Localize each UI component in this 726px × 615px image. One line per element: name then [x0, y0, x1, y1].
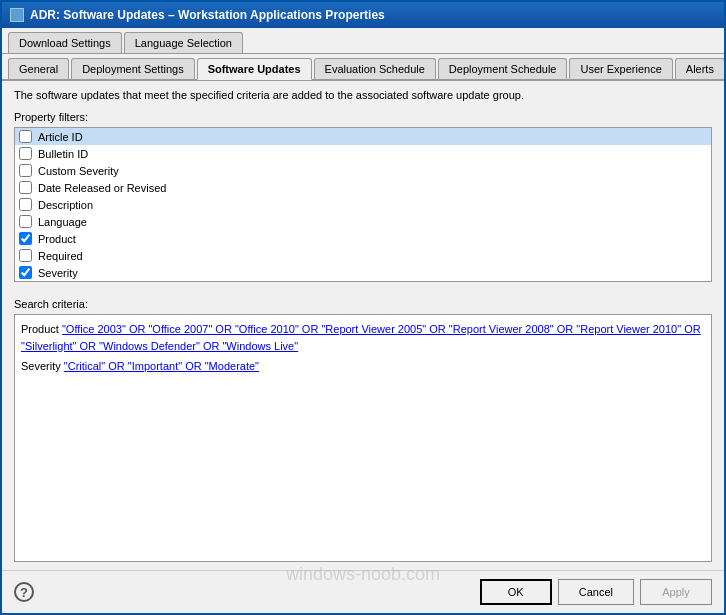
checkbox-label-bulletin-id: Bulletin ID: [38, 148, 88, 160]
checkbox-label-description: Description: [38, 199, 93, 211]
title-bar: ADR: Software Updates – Workstation Appl…: [2, 2, 724, 28]
tab-deployment-settings[interactable]: Deployment Settings: [71, 58, 195, 79]
checkbox-label-language: Language: [38, 216, 87, 228]
search-criteria-label: Search criteria:: [14, 298, 712, 310]
criteria-line: Product "Office 2003" OR "Office 2007" O…: [21, 321, 705, 354]
list-item[interactable]: Date Released or Revised: [15, 179, 711, 196]
checkbox-required[interactable]: [19, 249, 32, 262]
tab-row-1: Download Settings Language Selection: [2, 28, 724, 54]
help-button[interactable]: ?: [14, 582, 34, 602]
criteria-prefix: Severity: [21, 360, 64, 372]
list-item[interactable]: Severity: [15, 264, 711, 281]
tab-user-experience[interactable]: User Experience: [569, 58, 672, 79]
tab-download-settings[interactable]: Download Settings: [8, 32, 122, 53]
checkbox-severity[interactable]: [19, 266, 32, 279]
bottom-bar: ? OK Cancel Apply: [2, 570, 724, 613]
checkbox-label-date-released: Date Released or Revised: [38, 182, 166, 194]
content-area: The software updates that meet the speci…: [2, 81, 724, 570]
apply-button[interactable]: Apply: [640, 579, 712, 605]
checkbox-language[interactable]: [19, 215, 32, 228]
criteria-prefix: Product: [21, 323, 62, 335]
checkbox-label-article-id: Article ID: [38, 131, 83, 143]
tab-row-2: General Deployment Settings Software Upd…: [2, 54, 724, 81]
list-item[interactable]: Article ID: [15, 128, 711, 145]
list-item[interactable]: Description: [15, 196, 711, 213]
criteria-value[interactable]: "Critical" OR "Important" OR "Moderate": [64, 360, 259, 372]
cancel-button[interactable]: Cancel: [558, 579, 634, 605]
checkbox-bulletin-id[interactable]: [19, 147, 32, 160]
description-text: The software updates that meet the speci…: [14, 89, 712, 101]
tab-general[interactable]: General: [8, 58, 69, 79]
search-criteria-box: Product "Office 2003" OR "Office 2007" O…: [14, 314, 712, 562]
checkbox-product[interactable]: [19, 232, 32, 245]
property-filters-label: Property filters:: [14, 111, 712, 123]
property-filters-list: Article IDBulletin IDCustom SeverityDate…: [14, 127, 712, 282]
checkbox-article-id[interactable]: [19, 130, 32, 143]
list-item[interactable]: Custom Severity: [15, 162, 711, 179]
list-item[interactable]: Required: [15, 247, 711, 264]
checkbox-label-custom-severity: Custom Severity: [38, 165, 119, 177]
checkbox-label-required: Required: [38, 250, 83, 262]
checkbox-label-product: Product: [38, 233, 76, 245]
button-group: OK Cancel Apply: [480, 579, 712, 605]
tab-deployment-schedule[interactable]: Deployment Schedule: [438, 58, 568, 79]
criteria-value[interactable]: "Office 2003" OR "Office 2007" OR "Offic…: [21, 323, 701, 352]
list-item[interactable]: Language: [15, 213, 711, 230]
checkbox-date-released[interactable]: [19, 181, 32, 194]
checkbox-custom-severity[interactable]: [19, 164, 32, 177]
list-item[interactable]: Bulletin ID: [15, 145, 711, 162]
tab-alerts[interactable]: Alerts: [675, 58, 725, 79]
window-title: ADR: Software Updates – Workstation Appl…: [30, 8, 385, 22]
checkbox-description[interactable]: [19, 198, 32, 211]
checkbox-label-severity: Severity: [38, 267, 78, 279]
window-icon: [10, 8, 24, 22]
ok-button[interactable]: OK: [480, 579, 552, 605]
criteria-line: Severity "Critical" OR "Important" OR "M…: [21, 358, 705, 375]
tab-software-updates[interactable]: Software Updates: [197, 58, 312, 80]
tab-evaluation-schedule[interactable]: Evaluation Schedule: [314, 58, 436, 79]
tab-language-selection[interactable]: Language Selection: [124, 32, 243, 53]
main-window: ADR: Software Updates – Workstation Appl…: [0, 0, 726, 615]
list-item[interactable]: Product: [15, 230, 711, 247]
